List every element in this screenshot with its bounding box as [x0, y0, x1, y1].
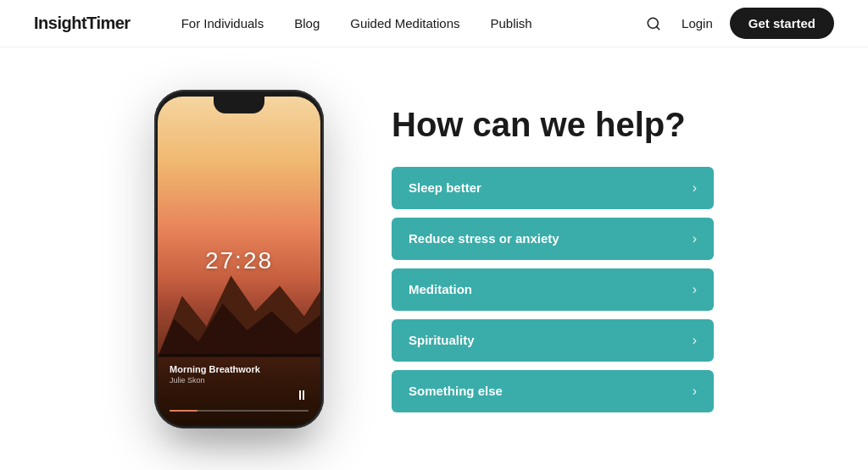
chevron-icon-spirituality: ›	[693, 333, 697, 348]
chevron-icon-meditation: ›	[693, 282, 697, 297]
main-nav: For Individuals Blog Guided Meditations …	[181, 16, 643, 30]
header-actions: Login Get started	[643, 8, 834, 39]
nav-publish[interactable]: Publish	[490, 16, 531, 30]
track-title: Morning Breathwork	[170, 364, 309, 374]
page-headline: How can we help?	[392, 106, 714, 143]
option-reduce-stress[interactable]: Reduce stress or anxiety ›	[392, 218, 714, 260]
search-icon	[646, 16, 661, 31]
option-label-meditation: Meditation	[409, 282, 472, 296]
get-started-button[interactable]: Get started	[730, 8, 834, 39]
search-button[interactable]	[643, 13, 665, 35]
track-artist: Julie Skon	[170, 376, 309, 384]
svg-line-1	[657, 26, 659, 29]
timer-display: 27:28	[205, 247, 273, 274]
pause-icon: ⏸	[295, 388, 309, 403]
options-list: Sleep better › Reduce stress or anxiety …	[392, 167, 714, 412]
phone-screen: 27:28 Morning Breathwork Julie Skon ⏸	[158, 97, 320, 425]
option-label-spirituality: Spirituality	[409, 333, 475, 347]
phone-mockup: 27:28 Morning Breathwork Julie Skon ⏸	[154, 90, 324, 429]
option-label-something-else: Something else	[409, 384, 503, 398]
chevron-icon-stress: ›	[693, 231, 697, 246]
chevron-icon-something-else: ›	[693, 384, 697, 399]
phone-notch	[214, 97, 264, 113]
site-header: InsightTimer For Individuals Blog Guided…	[0, 0, 868, 47]
main-content: 27:28 Morning Breathwork Julie Skon ⏸ Ho…	[0, 47, 868, 470]
option-sleep-better[interactable]: Sleep better ›	[392, 167, 714, 209]
right-panel: How can we help? Sleep better › Reduce s…	[392, 106, 714, 412]
phone-frame: 27:28 Morning Breathwork Julie Skon ⏸	[154, 90, 324, 429]
phone-shadow	[163, 412, 315, 445]
option-meditation[interactable]: Meditation ›	[392, 268, 714, 311]
progress-fill	[170, 410, 198, 412]
site-logo[interactable]: InsightTimer	[34, 14, 131, 33]
option-label-sleep-better: Sleep better	[409, 180, 481, 195]
mountain-illustration	[158, 222, 320, 357]
nav-for-individuals[interactable]: For Individuals	[181, 16, 264, 30]
option-something-else[interactable]: Something else ›	[392, 370, 714, 412]
option-spirituality[interactable]: Spirituality ›	[392, 319, 714, 362]
option-label-reduce-stress: Reduce stress or anxiety	[409, 231, 559, 246]
login-button[interactable]: Login	[682, 16, 713, 30]
chevron-icon-sleep: ›	[693, 180, 697, 196]
player-controls: ⏸	[170, 388, 309, 403]
nav-blog[interactable]: Blog	[294, 16, 320, 30]
nav-guided-meditations[interactable]: Guided Meditations	[350, 16, 459, 30]
